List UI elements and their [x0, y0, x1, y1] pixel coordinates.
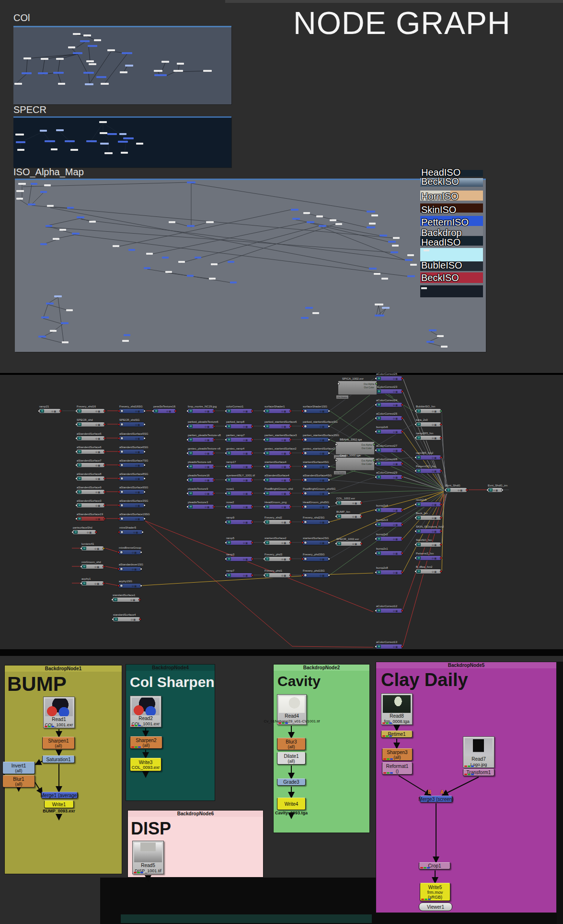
input-port-dot[interactable] — [335, 502, 337, 504]
output-port-dot[interactable] — [103, 547, 105, 550]
output-port-dot[interactable] — [103, 504, 106, 507]
graph-node-aStanderdSurface8SG[interactable]: aStanderdSurface8SG⊙▦ — [118, 476, 145, 481]
node-blur1[interactable]: Blur1(all) — [2, 775, 35, 788]
input-port-dot[interactable] — [117, 568, 120, 570]
output-port-dot[interactable] — [103, 451, 106, 453]
graph-node-aColorCorrect25[interactable]: aColorCorrect25M⊙▦ — [375, 416, 403, 421]
graph-node-Petterns3_fxn[interactable]: Petterns3_fxnM⊙▦ — [415, 555, 442, 561]
input-port-dot[interactable] — [301, 465, 304, 468]
input-port-dot[interactable] — [225, 521, 227, 523]
output-port-dot[interactable] — [375, 383, 378, 385]
input-port-dot[interactable] — [75, 518, 78, 520]
graph-node-Frevery_phd3[interactable]: Frevery_phd3M⊙▦ — [264, 556, 291, 562]
graph-node-SPECR_shdSG[interactable]: SPECR_shdSG⊙▦ — [118, 422, 145, 427]
input-port-dot[interactable] — [301, 452, 304, 454]
node-saturation1[interactable]: Saturation1 — [42, 755, 75, 763]
output-port-dot[interactable] — [289, 439, 292, 441]
output-port-dot[interactable] — [139, 618, 141, 620]
output-port-dot[interactable] — [401, 377, 403, 380]
graph-node-bump2x8[interactable]: bump2x8M⊙▦ — [375, 570, 403, 575]
node-grade3[interactable]: Grade3 — [277, 778, 306, 786]
output-port-dot[interactable] — [143, 504, 146, 507]
input-port-dot[interactable] — [375, 430, 377, 433]
input-port-dot[interactable] — [414, 470, 417, 472]
graph-node-gestec_pleadisTexture-v6[interactable]: gestec_pleadisTexture-v6M⊙▦ — [187, 451, 215, 456]
input-port-dot[interactable] — [301, 558, 304, 560]
input-port-dot[interactable] — [75, 423, 78, 426]
input-port-dot[interactable] — [375, 476, 377, 478]
input-port-dot[interactable] — [335, 542, 337, 545]
input-port-dot[interactable] — [186, 506, 189, 508]
graph-node-pariten_pleadisTexture-v8[interactable]: pariten_pleadisTexture-v8M⊙▦ — [187, 437, 215, 442]
input-port-dot[interactable] — [263, 521, 265, 523]
input-port-dot[interactable] — [301, 439, 304, 441]
graph-node-pariten_ramp7[interactable]: pariten_ramp7M⊙▦ — [225, 437, 253, 442]
graph-node-aColorCorrect24[interactable]: aColorCorrect24M⊙▦ — [375, 402, 403, 407]
graph-node-pariten_stariterdSurface3SG[interactable]: pariten_stariterdSurface3SG⊙▦ — [302, 437, 330, 442]
input-port-dot[interactable] — [80, 565, 82, 568]
graph-node-PetternISO_fxn[interactable]: PetternISO_fxnM⊙▦ — [415, 468, 442, 473]
input-port-dot[interactable] — [186, 439, 189, 441]
graph-node-aStanderdSurface6SG[interactable]: aStanderdSurface6SG⊙▦ — [118, 449, 145, 454]
input-port-dot[interactable] — [263, 452, 265, 454]
input-port-dot[interactable] — [118, 423, 120, 426]
output-port-dot[interactable] — [501, 489, 504, 491]
output-port-dot[interactable] — [251, 452, 253, 454]
output-port-dot[interactable] — [213, 492, 215, 495]
output-port-dot[interactable] — [289, 425, 292, 428]
input-port-dot[interactable] — [186, 425, 189, 428]
backdrop-name-bar[interactable]: BackdropNode4 — [126, 665, 215, 671]
node-read2[interactable]: Read2COL_1001.exr — [130, 696, 161, 727]
output-port-dot[interactable] — [328, 541, 330, 544]
input-port-dot[interactable] — [414, 437, 417, 439]
graph-node-SKIN_ISOcolors_fxn2[interactable]: SKIN_ISOcolors_fxn2M⊙▦ — [415, 529, 442, 534]
mini-node-graph-panel-col[interactable] — [13, 26, 231, 104]
input-port-dot[interactable] — [335, 459, 337, 462]
graph-node-aStanderdSurface4[interactable]: aStanderdSurface4M⊙▦ — [264, 477, 291, 483]
input-port-dot[interactable] — [414, 557, 417, 559]
output-port-dot[interactable] — [440, 570, 442, 573]
input-port-dot[interactable] — [375, 523, 377, 526]
output-port-dot[interactable] — [401, 462, 403, 465]
input-port-dot[interactable] — [186, 492, 189, 495]
input-port-dot[interactable] — [118, 504, 120, 507]
graph-node-aStanderdSurface7SG[interactable]: aStanderdSurface7SG⊙▦ — [118, 462, 145, 468]
input-port-dot[interactable] — [301, 506, 304, 508]
input-port-dot[interactable] — [486, 489, 489, 491]
input-port-dot[interactable] — [111, 598, 114, 601]
input-port-dot[interactable] — [186, 479, 189, 481]
graph-node-Frevery_shd2SG[interactable]: Frevery_shd2SG⊙▦ — [302, 519, 330, 525]
output-port-dot[interactable] — [143, 437, 146, 439]
node-write1[interactable]: Write1 — [44, 800, 74, 808]
output-port-dot[interactable] — [213, 465, 215, 468]
input-port-dot[interactable] — [75, 464, 78, 466]
output-port-dot[interactable] — [143, 518, 146, 520]
output-port-dot[interactable] — [289, 574, 292, 576]
output-port-dot[interactable] — [143, 464, 146, 466]
output-port-dot[interactable] — [289, 465, 292, 468]
input-port-dot[interactable] — [375, 404, 377, 406]
output-port-dot[interactable] — [251, 479, 253, 481]
input-port-dot[interactable] — [38, 410, 40, 412]
output-port-dot[interactable] — [466, 489, 468, 491]
input-port-dot[interactable] — [225, 410, 227, 412]
input-port-dot[interactable] — [263, 410, 265, 412]
graph-node-mixGroom_shd[interactable]: mixGroom_shdM⊙▦ — [80, 564, 104, 569]
output-port-dot[interactable] — [213, 425, 215, 428]
input-port-dot[interactable] — [414, 456, 417, 459]
backdrop-name-bar[interactable]: BackdropNode5 — [376, 662, 556, 668]
output-port-dot[interactable] — [401, 449, 403, 451]
output-port-dot[interactable] — [328, 425, 330, 428]
graph-node-kara_2x0[interactable]: kara_2x0M⊙▦ — [415, 422, 442, 427]
graph-box-tab[interactable]: Out Geome — [333, 471, 346, 475]
iso-node-bar[interactable] — [421, 287, 427, 289]
input-port-dot[interactable] — [118, 451, 120, 453]
node-crop1[interactable]: Crop1 — [419, 862, 450, 869]
output-port-dot[interactable] — [251, 439, 253, 441]
input-port-dot[interactable] — [225, 479, 227, 481]
input-port-dot[interactable] — [186, 452, 189, 454]
graph-node-neck2x5[interactable]: neck2x5M⊙▦ — [415, 502, 442, 507]
graph-node-ramp17[interactable]: ramp17M⊙▦ — [225, 464, 253, 469]
graph-node-ramp5[interactable]: ramp5M⊙▦ — [225, 540, 253, 545]
output-port-dot[interactable] — [213, 506, 215, 508]
